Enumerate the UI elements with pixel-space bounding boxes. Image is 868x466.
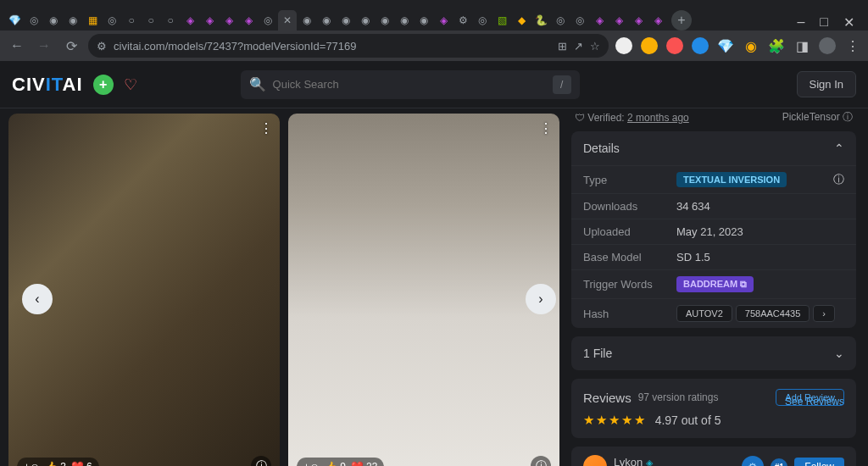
tab[interactable]: ◎ bbox=[25, 10, 43, 31]
search-box[interactable]: 🔍 / bbox=[241, 70, 580, 99]
tab[interactable]: ◈ bbox=[434, 10, 453, 31]
avatar[interactable] bbox=[583, 455, 607, 466]
verified-time[interactable]: 2 months ago bbox=[627, 112, 689, 124]
share-icon[interactable]: ↗ bbox=[574, 40, 583, 53]
trigger-badge[interactable]: BADDREAM ⧉ bbox=[676, 276, 754, 292]
tab[interactable]: ◉ bbox=[415, 10, 433, 31]
site-info-icon[interactable]: ⚙ bbox=[97, 40, 107, 53]
reviews-count: 97 version ratings bbox=[638, 391, 770, 403]
ext-icon[interactable]: 💎 bbox=[717, 37, 734, 54]
extensions-row: 💎 ◉ 🧩 ◨ ⋮ bbox=[615, 37, 861, 54]
sign-in-button[interactable]: Sign In bbox=[797, 71, 856, 97]
add-reaction-icon[interactable]: +☺ bbox=[303, 461, 320, 466]
minimize-button[interactable]: – bbox=[797, 14, 804, 31]
slash-hint: / bbox=[553, 75, 571, 94]
detail-value: May 21, 2023 bbox=[676, 225, 743, 238]
close-window-button[interactable]: ✕ bbox=[843, 14, 854, 31]
add-reaction-icon[interactable]: +☺ bbox=[24, 461, 40, 466]
maximize-button[interactable]: □ bbox=[820, 14, 828, 31]
extensions-button[interactable]: 🧩 bbox=[768, 37, 785, 54]
hash-value[interactable]: 758AAC4435 bbox=[736, 305, 810, 322]
install-icon[interactable]: ⊞ bbox=[558, 40, 567, 53]
like-count[interactable]: 👍 9 bbox=[325, 461, 346, 466]
browser-tabs: 💎 ◎ ◉ ◉ ▦ ◎ ○ ○ ○ ◈ ◈ ◈ ◈ ◎ ✕ ◉ ◉ ◉ ◉ ◉ … bbox=[0, 7, 868, 31]
ext-icon[interactable] bbox=[666, 37, 683, 54]
tab-active[interactable]: ✕ bbox=[278, 10, 297, 31]
files-header[interactable]: 1 File ⌄ bbox=[571, 336, 856, 370]
chevron-up-icon: ⌃ bbox=[834, 141, 844, 155]
reviews-title: Reviews bbox=[583, 391, 632, 405]
ext-icon[interactable] bbox=[641, 37, 658, 54]
reactions-bar[interactable]: +☺ 👍 3 ❤️ 6 bbox=[17, 458, 99, 466]
heart-count[interactable]: ❤️ 23 bbox=[351, 461, 377, 466]
hash-type[interactable]: AUTOV2 bbox=[676, 305, 732, 322]
details-header[interactable]: Details ⌃ bbox=[571, 131, 856, 165]
profile-button[interactable] bbox=[819, 37, 836, 54]
add-button[interactable]: + bbox=[93, 75, 114, 95]
tab[interactable]: ◈ bbox=[590, 10, 609, 31]
tab[interactable]: ◉ bbox=[298, 10, 316, 31]
back-button[interactable]: ← bbox=[7, 36, 27, 56]
tab[interactable]: ▧ bbox=[492, 10, 511, 31]
tab[interactable]: ◈ bbox=[181, 10, 199, 31]
tab[interactable]: 💎 bbox=[5, 10, 24, 31]
heart-count[interactable]: ❤️ 6 bbox=[71, 461, 92, 466]
gallery-card[interactable]: ⋮ +☺ 👍 9 ❤️ 23 ⓘ bbox=[288, 114, 559, 466]
tab[interactable]: ◈ bbox=[200, 10, 219, 31]
ext-icon[interactable] bbox=[692, 37, 709, 54]
tab[interactable]: ◎ bbox=[103, 10, 121, 31]
tab[interactable]: ⚙ bbox=[453, 10, 472, 31]
gallery-prev[interactable]: ‹ bbox=[22, 284, 53, 314]
detail-label: Type bbox=[583, 174, 676, 186]
card-menu-icon[interactable]: ⋮ bbox=[259, 120, 273, 136]
tab[interactable]: ◆ bbox=[512, 10, 531, 31]
hash-expand[interactable]: › bbox=[813, 305, 835, 322]
type-badge: TEXTUAL INVERSION bbox=[676, 172, 787, 187]
star-rating: ★★★★★ bbox=[583, 413, 647, 427]
creator-settings-icon[interactable]: ⚙ bbox=[742, 456, 764, 466]
follow-button[interactable]: Follow bbox=[794, 458, 844, 466]
like-count[interactable]: 👍 3 bbox=[45, 461, 66, 466]
search-input[interactable] bbox=[273, 78, 546, 91]
menu-button[interactable]: ⋮ bbox=[844, 37, 861, 54]
reactions-bar[interactable]: +☺ 👍 9 ❤️ 23 bbox=[297, 458, 384, 466]
tab[interactable]: ○ bbox=[122, 10, 141, 31]
tab[interactable]: ◉ bbox=[395, 10, 414, 31]
tab[interactable]: ▦ bbox=[83, 10, 102, 31]
gallery-next[interactable]: › bbox=[526, 284, 556, 314]
sidepanel-button[interactable]: ◨ bbox=[793, 37, 810, 54]
favorites-icon[interactable]: ♡ bbox=[124, 75, 137, 94]
creator-name[interactable]: Lykon bbox=[614, 456, 643, 467]
tab[interactable]: ○ bbox=[161, 10, 180, 31]
tab[interactable]: ◎ bbox=[551, 10, 570, 31]
tab[interactable]: ◉ bbox=[317, 10, 336, 31]
tab[interactable]: ◈ bbox=[239, 10, 258, 31]
tab[interactable]: ◉ bbox=[376, 10, 394, 31]
tab[interactable]: ◉ bbox=[356, 10, 375, 31]
add-review-button[interactable]: Add Review bbox=[776, 389, 844, 406]
tab[interactable]: ◈ bbox=[220, 10, 238, 31]
new-tab-button[interactable]: + bbox=[671, 10, 692, 31]
site-logo[interactable]: CIVITAI bbox=[12, 74, 83, 96]
tab[interactable]: ◎ bbox=[259, 10, 277, 31]
detail-value: 34 634 bbox=[676, 200, 710, 213]
tab[interactable]: ◎ bbox=[570, 10, 589, 31]
tab[interactable]: ◉ bbox=[44, 10, 63, 31]
tab[interactable]: ○ bbox=[142, 10, 160, 31]
detail-label: Uploaded bbox=[583, 225, 676, 238]
card-menu-icon[interactable]: ⋮ bbox=[539, 120, 553, 136]
tab[interactable]: ◈ bbox=[629, 10, 648, 31]
reload-button[interactable]: ⟳ bbox=[61, 36, 81, 56]
tab[interactable]: ◉ bbox=[337, 10, 355, 31]
ext-icon[interactable] bbox=[615, 37, 632, 54]
ext-icon[interactable]: ◉ bbox=[743, 37, 760, 54]
tab[interactable]: 🐍 bbox=[531, 10, 550, 31]
url-bar[interactable]: ⚙ civitai.com/models/72437?modelVersionI… bbox=[88, 34, 609, 58]
info-icon[interactable]: ⓘ bbox=[833, 172, 844, 187]
tab[interactable]: ◈ bbox=[609, 10, 628, 31]
forward-button[interactable]: → bbox=[34, 36, 54, 56]
tab[interactable]: ◉ bbox=[64, 10, 82, 31]
tab[interactable]: ◈ bbox=[648, 10, 667, 31]
tab[interactable]: ◎ bbox=[473, 10, 492, 31]
bookmark-icon[interactable]: ☆ bbox=[590, 40, 600, 53]
